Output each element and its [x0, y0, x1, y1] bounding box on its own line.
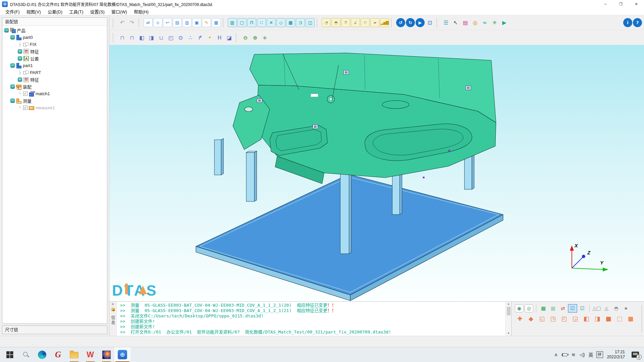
tree-item-feature1[interactable]: + 特征 [2, 76, 107, 83]
stack-cylinder-icon[interactable]: ⊖ [241, 33, 250, 42]
tree-expander[interactable]: − [10, 63, 15, 68]
box-3d-icon[interactable]: ◰ [166, 33, 175, 42]
tree-checkbox[interactable]: ✓ [23, 106, 28, 110]
save-file-icon[interactable]: ▣ [192, 18, 201, 27]
fixture-bench2-icon[interactable]: ⊓ [127, 33, 137, 42]
summary-file-icon[interactable]: ▦ [212, 18, 221, 27]
top-view-icon[interactable]: ◳ [548, 314, 558, 323]
wireframe-view-icon[interactable]: □ [614, 314, 625, 323]
mesh-grid-icon[interactable]: ▦ [286, 18, 295, 27]
window-columns-icon[interactable]: ▥ [228, 18, 237, 27]
menu-tolerance[interactable]: 公差(D) [44, 8, 66, 15]
photos-app-icon[interactable] [98, 347, 114, 362]
play-analysis-icon[interactable]: ▶ [416, 18, 425, 27]
node-graph-icon[interactable]: ∴ [186, 33, 195, 42]
basic-shapes-icon[interactable]: △▢ [592, 304, 601, 312]
show-all-icon[interactable]: ◉ [515, 304, 524, 312]
tree-item-part1[interactable]: − part1 [2, 62, 107, 69]
tree-expander[interactable]: + [18, 56, 22, 61]
edge-icon[interactable] [34, 347, 50, 362]
chevron-up-icon[interactable]: ∧ [552, 348, 560, 361]
polygon-points-icon[interactable]: ◇ [276, 18, 285, 27]
grid-filled-icon[interactable]: ▦ [539, 304, 548, 312]
fixture-bench-icon[interactable]: ⊓ [118, 33, 127, 42]
tree-item-product[interactable]: − 产品 [2, 27, 107, 34]
point-cloud-icon[interactable]: ∷ [257, 18, 266, 27]
new-file-icon[interactable]: ＋ [153, 18, 162, 27]
layout-list-icon[interactable]: ☰ [441, 18, 450, 27]
menu-tools[interactable]: 工具(T) [66, 8, 87, 15]
tree-item-measure[interactable]: − 测量 [2, 97, 107, 104]
search-button[interactable] [18, 347, 34, 362]
scroll-down-icon[interactable]: ▼ [507, 331, 510, 336]
shapes-target-icon[interactable]: ◬ [602, 304, 611, 312]
ime-indicator-pinyin[interactable]: 拼 [595, 348, 604, 361]
locator-pin-icon[interactable]: ⊙ [176, 33, 185, 42]
gear-3d-icon[interactable]: ✳ [490, 18, 499, 27]
dtas-app-icon[interactable]: ⊕ [114, 347, 130, 362]
color-layers-icon[interactable]: ▤ [461, 18, 470, 27]
tree-item-part[interactable]: ├ PART [2, 69, 107, 76]
histogram-icon[interactable]: ▂▅▇ [380, 18, 389, 27]
clamp-icon[interactable]: ⊐ [296, 18, 305, 27]
branch-arrow-icon[interactable]: ↱ [196, 33, 205, 42]
tree-item-tolerance[interactable]: + 公差 [2, 55, 107, 62]
mirror-planes-icon[interactable]: ◫ [306, 18, 315, 27]
wps-office-icon[interactable]: W [82, 347, 98, 362]
report-file-icon[interactable]: ▤ [173, 18, 182, 27]
tree-expander[interactable]: + [18, 49, 22, 54]
tree-item-match1[interactable]: └ ✓ match1 [2, 90, 107, 97]
tree-expander[interactable]: − [10, 35, 15, 40]
menu-view[interactable]: 视图(V) [23, 8, 44, 15]
folder-target-icon[interactable]: ◎ [471, 18, 480, 27]
datum-point-icon[interactable]: • [205, 33, 214, 42]
half-target-icon[interactable]: ◓ [612, 304, 621, 312]
scroll-thumb[interactable] [507, 307, 511, 315]
snowflake-icon[interactable]: ＊ [260, 33, 269, 42]
network-icon[interactable]: ≋ [569, 348, 578, 361]
cube-blue-icon[interactable]: ◪ [225, 33, 234, 42]
angle-measure-icon[interactable]: ∠ [351, 18, 360, 27]
notification-center-button[interactable]: 1 [628, 348, 643, 361]
flip-left-icon[interactable]: ◧ [137, 33, 146, 42]
log-scrollbar[interactable]: ▲ ▼ [505, 302, 511, 336]
iso-view-icon[interactable]: ◆ [526, 314, 536, 323]
match-check2-icon[interactable]: ☑ [578, 304, 587, 312]
tree-item-fix[interactable]: ├ FIX [2, 41, 107, 48]
grid-outline-icon[interactable]: ▦ [549, 304, 557, 312]
monitor-icon[interactable]: ⊡ [425, 18, 434, 27]
tree-expander[interactable]: + [18, 77, 22, 82]
tree-item-part0[interactable]: − part0 [2, 34, 107, 41]
menu-help[interactable]: 帮助(H) [130, 8, 152, 15]
menu-file[interactable]: 文件(F) [2, 8, 23, 15]
tree-item-feature0[interactable]: + 特征 [2, 48, 107, 55]
undo-icon[interactable]: ↶ [118, 18, 127, 27]
fixture-points-icon[interactable]: ⊔ [157, 33, 166, 42]
pick-cursor-icon[interactable]: ↖ [451, 18, 460, 27]
wave-icon[interactable]: ≈ [480, 18, 489, 27]
tree-checkbox[interactable]: ✓ [23, 92, 28, 96]
frame-view-icon[interactable]: ▢ [237, 18, 247, 27]
clock[interactable]: 17:21 2022/2/17 [604, 350, 628, 360]
solid-view-icon[interactable]: ■ [603, 314, 613, 323]
maximize-button[interactable]: ❐ [613, 0, 629, 8]
h-datum-icon[interactable]: H [215, 33, 224, 42]
start-button[interactable] [2, 347, 18, 362]
volume-icon[interactable]: ◁) [578, 348, 587, 361]
bench-tolerance-icon[interactable]: ⊓ [361, 18, 370, 27]
cad-g-app-icon[interactable]: G [50, 347, 66, 362]
plate-tolerance-icon[interactable]: ▰ [370, 18, 379, 27]
scroll-up-icon[interactable]: ▲ [507, 302, 510, 306]
menu-settings[interactable]: 设置(S) [87, 8, 108, 15]
minimize-button[interactable]: ─ [598, 0, 613, 8]
close-button[interactable]: ✕ [629, 0, 644, 8]
tree-expander[interactable]: − [4, 28, 9, 33]
rotate-ccw-icon[interactable]: ↺ [396, 18, 405, 27]
tree-expander[interactable]: − [10, 84, 15, 89]
file-explorer-icon[interactable] [66, 347, 82, 362]
info-circle-icon[interactable]: i [623, 18, 632, 27]
viewport-3d[interactable]: X Z Y DTAS [109, 45, 644, 301]
menu-window[interactable]: 窗口(W) [108, 8, 130, 15]
redo-icon[interactable]: ↷ [127, 18, 137, 27]
lang-indicator-en[interactable]: 英 [587, 348, 595, 361]
